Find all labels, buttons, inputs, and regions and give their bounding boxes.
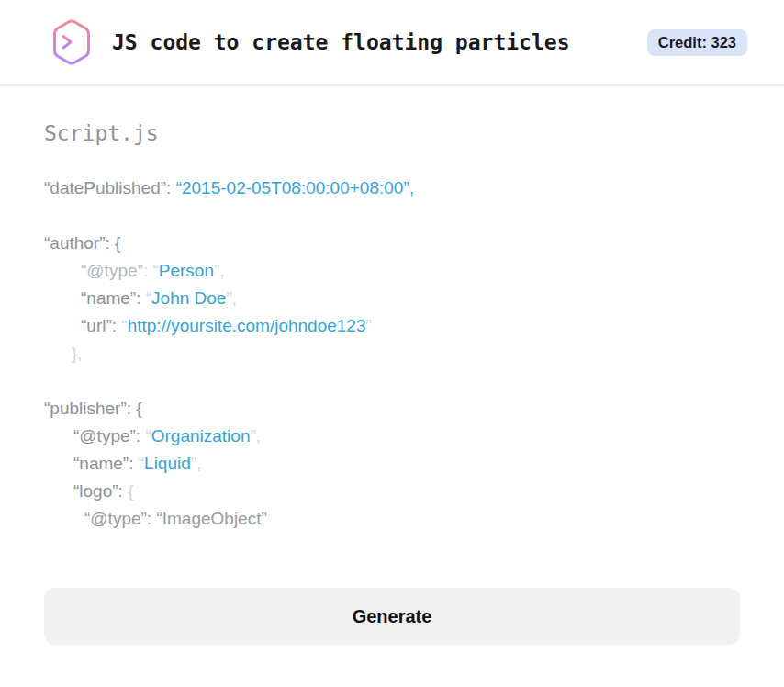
code-line (44, 202, 740, 230)
generate-button[interactable]: Generate (44, 588, 740, 645)
code-segment: { (128, 481, 133, 501)
code-segment: “publisher”: { (44, 399, 142, 418)
code-line: }, (44, 340, 740, 367)
script-filename: Script.js (44, 119, 740, 147)
code-segment: “@type”: “ImageObject” (84, 509, 267, 528)
code-segment: ”, (250, 426, 261, 445)
code-segment: “logo”: (73, 481, 128, 501)
code-line: “name”: “Liquid”, (44, 450, 740, 478)
code-segment: “name”: (73, 454, 139, 473)
code-line (44, 367, 740, 395)
code-line: “url”: “http://yoursite.com/johndoe123” (44, 312, 740, 340)
code-line: “logo”: { (44, 478, 740, 505)
code-segment: John Doe (151, 288, 226, 308)
code-segment: ”, (214, 261, 225, 280)
page-title: JS code to create floating particles (112, 30, 570, 54)
code-segment: : “ (143, 261, 159, 280)
code-segment: “2015-02-05T08:00:00+08:00”, (176, 178, 414, 197)
code-segment: Person (159, 261, 214, 280)
credit-badge: Credit: 323 (647, 29, 747, 56)
code-segment: http://yoursite.com/johndoe123 (128, 316, 366, 335)
code-segment: ”, (191, 454, 202, 473)
code-segment: }, (72, 344, 83, 363)
app-window: JS code to create floating particles Cre… (0, 0, 784, 645)
code-line: “datePublished”: “2015-02-05T08:00:00+08… (44, 175, 740, 202)
header: JS code to create floating particles Cre… (0, 0, 784, 86)
terminal-hexagon-icon (51, 18, 92, 66)
code-line: “@type”: “Person”, (44, 257, 740, 285)
code-segment: Organization (151, 426, 251, 445)
code-segment: Liquid (144, 454, 191, 473)
code-line: “publisher”: { (44, 395, 740, 422)
code-segment: “name”: (81, 288, 146, 308)
code-segment: “url”: (81, 316, 121, 335)
main-content: Script.js “datePublished”: “2015-02-05T0… (0, 119, 784, 645)
code-line: “name”: “John Doe”, (44, 285, 740, 312)
code-segment: “@type” (81, 261, 143, 280)
code-block: “datePublished”: “2015-02-05T08:00:00+08… (44, 175, 740, 533)
code-segment: “datePublished”: (44, 178, 176, 197)
code-segment: “@type”: (73, 426, 145, 445)
code-segment: ” (366, 316, 372, 335)
code-line: “@type”: “Organization”, (44, 422, 740, 450)
code-line: “author”: { (44, 230, 740, 257)
code-segment: “author”: { (44, 233, 120, 253)
code-line: “@type”: “ImageObject” (44, 505, 740, 533)
code-segment: ”, (226, 288, 237, 308)
